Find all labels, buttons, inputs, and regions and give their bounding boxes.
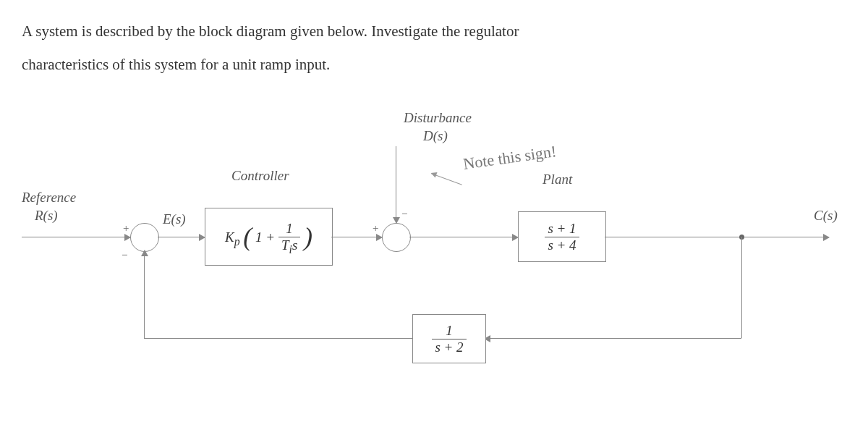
arrow-sum1-to-controller bbox=[158, 237, 205, 237]
sum2-plus-sign: + bbox=[373, 222, 378, 235]
ti-symbol: T bbox=[281, 237, 289, 253]
plant-block: s + 1 s + 4 bbox=[518, 211, 606, 262]
d-s-label: D(s) bbox=[423, 128, 448, 144]
arrow-sum2-to-plant bbox=[409, 237, 518, 237]
sum1-plus-sign: + bbox=[123, 222, 129, 235]
e-s-label: E(s) bbox=[163, 211, 186, 227]
controller-label: Controller bbox=[231, 168, 289, 184]
one-plus: 1 + bbox=[255, 229, 275, 244]
feedback-h-right bbox=[485, 338, 741, 339]
ti-s: s bbox=[292, 237, 297, 253]
problem-line-1: A system is described by the block diagr… bbox=[22, 22, 519, 40]
arrow-controller-to-sum2 bbox=[331, 237, 382, 237]
reference-label: Reference bbox=[22, 190, 76, 206]
handwritten-note: Note this sign! bbox=[462, 142, 558, 174]
r-s-label: R(s) bbox=[35, 208, 58, 224]
summing-junction-2 bbox=[382, 223, 411, 252]
disturbance-label: Disturbance bbox=[404, 110, 472, 126]
arrow-plant-to-output bbox=[605, 237, 829, 237]
feedback-den: s + 2 bbox=[432, 339, 466, 355]
problem-line-2: characteristics of this system for a uni… bbox=[22, 56, 330, 73]
feedback-v2 bbox=[144, 250, 145, 338]
block-diagram: Reference R(s) + − E(s) Controller Kp ( … bbox=[22, 110, 846, 385]
arrow-disturbance-down bbox=[396, 146, 396, 223]
arrow-r-to-sum1 bbox=[22, 237, 130, 237]
feedback-block: 1 s + 2 bbox=[412, 314, 486, 363]
feedback-num: 1 bbox=[432, 323, 466, 339]
kp-symbol: K bbox=[225, 229, 234, 244]
feedback-h-left bbox=[144, 338, 412, 339]
c-s-label: C(s) bbox=[814, 208, 838, 224]
summing-junction-1 bbox=[130, 223, 159, 252]
sum1-minus-sign: − bbox=[122, 249, 127, 261]
feedback-v1 bbox=[741, 237, 742, 338]
problem-statement: A system is described by the block diagr… bbox=[22, 14, 846, 81]
handwritten-arrow bbox=[431, 174, 462, 185]
plant-label: Plant bbox=[542, 172, 572, 187]
kp-subscript: p bbox=[234, 235, 240, 247]
plant-num: s + 1 bbox=[545, 221, 579, 237]
controller-frac-num: 1 bbox=[278, 221, 300, 237]
controller-block: Kp ( 1 + 1 Tis ) bbox=[205, 208, 333, 266]
plant-den: s + 4 bbox=[545, 237, 579, 253]
sum2-minus-sign: − bbox=[401, 208, 407, 220]
